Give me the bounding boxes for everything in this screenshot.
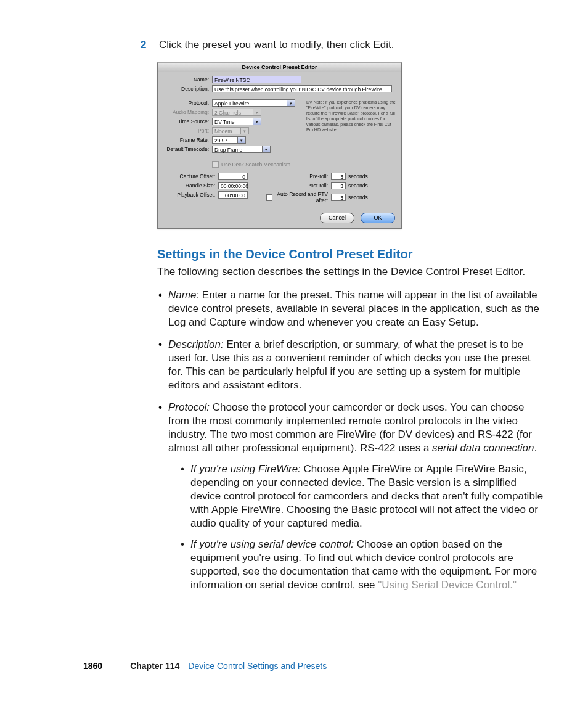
- playback-offset-label: Playback Offset:: [163, 192, 218, 198]
- page-number: 1860: [83, 661, 102, 671]
- footer-divider: [116, 657, 116, 678]
- auto-record-checkbox[interactable]: [266, 194, 272, 201]
- dialog-screenshot: Device Control Preset Editor Name: FireW…: [157, 62, 545, 229]
- description-label: Description:: [163, 86, 212, 92]
- protocol-sublist: If you're using FireWire: Choose Apple F…: [179, 462, 545, 592]
- preroll-field[interactable]: 3: [331, 173, 346, 180]
- time-source-combo[interactable]: DV Time ▾: [212, 118, 261, 125]
- handle-size-label: Handle Size:: [163, 183, 218, 189]
- frame-rate-label: Frame Rate:: [163, 137, 212, 143]
- port-value: Modem: [214, 128, 232, 134]
- term-firewire: If you're using FireWire:: [190, 463, 304, 475]
- step-number: 2: [141, 39, 159, 51]
- capture-offset-label: Capture Offset:: [163, 173, 218, 179]
- frame-rate-value: 29.97: [214, 138, 227, 144]
- dv-note: DV Note: If you experience problems usin…: [301, 99, 396, 133]
- chevron-down-icon: ▾: [253, 109, 261, 115]
- protocol-label: Protocol:: [163, 100, 212, 106]
- time-source-value: DV Time: [214, 119, 235, 125]
- settings-list: Name: Enter a name for the preset. This …: [157, 289, 545, 592]
- default-timecode-value: Drop Frame: [214, 147, 242, 153]
- deck-search-label: Use Deck Search Mechanism: [221, 162, 290, 168]
- serial-device-control-link[interactable]: "Using Serial Device Control.": [378, 579, 517, 591]
- term-protocol: Protocol:: [168, 401, 213, 413]
- audio-mapping-label: Audio Mapping:: [163, 109, 212, 115]
- audio-mapping-value: 2 Channels: [214, 110, 241, 116]
- window-title: Device Control Preset Editor: [158, 63, 401, 72]
- time-source-label: Time Source:: [163, 118, 212, 125]
- chevron-down-icon: ▾: [287, 100, 295, 106]
- term-name-desc: Enter a name for the preset. This name w…: [168, 289, 539, 328]
- cancel-button[interactable]: Cancel: [320, 213, 354, 223]
- frame-rate-combo[interactable]: 29.97 ▾: [212, 136, 246, 144]
- name-label: Name:: [163, 76, 212, 83]
- default-timecode-combo[interactable]: Drop Frame ▾: [212, 146, 271, 153]
- content-column: 2 Click the preset you want to modify, t…: [139, 39, 545, 601]
- postroll-field[interactable]: 3: [331, 182, 346, 189]
- chevron-down-icon: ▾: [237, 137, 245, 143]
- term-description: Description:: [168, 339, 226, 350]
- list-item: Description: Enter a brief description, …: [157, 338, 545, 392]
- deck-search-checkbox-row: Use Deck Search Mechanism: [212, 161, 396, 168]
- step-text: Click the preset you want to modify, the…: [159, 39, 545, 51]
- term-protocol-end: .: [534, 442, 537, 454]
- capture-offset-field[interactable]: 0: [218, 173, 248, 180]
- port-combo: Modem ▾: [212, 127, 249, 134]
- auto-record-row: Auto Record and PTV after:: [266, 191, 331, 203]
- preroll-label: Pre-roll:: [266, 173, 331, 179]
- handle-size-field[interactable]: 00:00:00:00: [218, 182, 248, 189]
- postroll-label: Post-roll:: [266, 183, 331, 189]
- auto-record-label: Auto Record and PTV after:: [274, 191, 328, 203]
- chevron-down-icon: ▾: [240, 128, 248, 134]
- auto-record-field[interactable]: 3: [331, 194, 346, 201]
- page-footer: 1860 Chapter 114 Device Control Settings…: [83, 655, 327, 676]
- term-serial: If you're using serial device control:: [190, 538, 357, 550]
- device-control-preset-editor-window: Device Control Preset Editor Name: FireW…: [157, 62, 402, 229]
- seconds-label: seconds: [348, 183, 368, 189]
- description-field[interactable]: Use this preset when controlling your NT…: [212, 85, 392, 92]
- list-item: Name: Enter a name for the preset. This …: [157, 289, 545, 329]
- chevron-down-icon: ▾: [253, 118, 261, 125]
- seconds-label: seconds: [348, 173, 368, 179]
- term-name: Name:: [168, 289, 202, 301]
- chapter-name: Device Control Settings and Presets: [188, 661, 327, 671]
- step-line: 2 Click the preset you want to modify, t…: [139, 39, 545, 51]
- ok-button[interactable]: OK: [361, 213, 395, 223]
- section-heading: Settings in the Device Control Preset Ed…: [157, 247, 545, 261]
- protocol-value: Apple FireWire: [214, 101, 249, 107]
- audio-mapping-combo: 2 Channels ▾: [212, 109, 261, 116]
- window-body: Name: FireWire NTSC Description: Use thi…: [158, 72, 401, 209]
- chapter-label: Chapter 114: [130, 661, 179, 671]
- seconds-label: seconds: [348, 194, 368, 200]
- page: 2 Click the preset you want to modify, t…: [0, 0, 588, 706]
- chevron-down-icon: ▾: [262, 146, 270, 152]
- list-item: Protocol: Choose the protocol your camco…: [157, 401, 545, 592]
- port-label: Port:: [163, 128, 212, 134]
- playback-offset-field[interactable]: 00:00:00: [218, 191, 248, 199]
- serial-data-connection: serial data connection: [432, 442, 534, 454]
- intro-paragraph: The following section describes the sett…: [157, 265, 545, 279]
- button-row: Cancel OK: [158, 209, 401, 228]
- default-timecode-label: Default Timecode:: [163, 146, 212, 152]
- deck-search-checkbox: [212, 161, 219, 168]
- name-field[interactable]: FireWire NTSC: [212, 76, 301, 83]
- protocol-combo[interactable]: Apple FireWire ▾: [212, 99, 295, 107]
- list-item: If you're using serial device control: C…: [179, 538, 545, 592]
- list-item: If you're using FireWire: Choose Apple F…: [179, 462, 545, 530]
